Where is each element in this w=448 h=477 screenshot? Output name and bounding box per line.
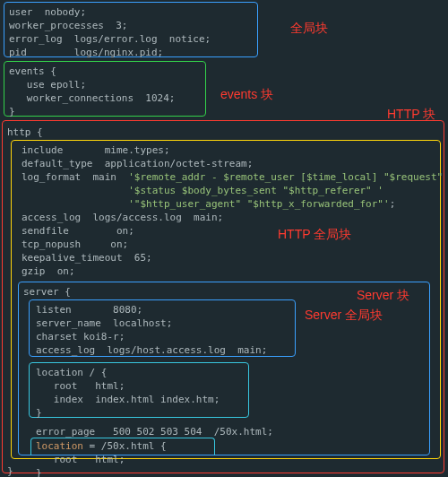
location-50x-code: location = /50x.html { root html; }	[36, 439, 167, 477]
events-block-label: events 块	[220, 86, 273, 104]
server-global-label: Server 全局块	[305, 307, 383, 325]
http-block-label: HTTP 块	[387, 106, 435, 124]
server-open: server {	[23, 285, 71, 299]
http-inner-code: include mime.types; default_type applica…	[22, 143, 448, 278]
http-close: }	[7, 464, 13, 477]
server-inner-code: listen 8080; server_name localhost; char…	[36, 303, 267, 357]
error-page-line: error_page 500 502 503 504 /50x.html;	[36, 425, 273, 438]
http-open: http {	[7, 126, 43, 139]
server-block-label: Server 块	[357, 287, 409, 305]
global-block-label: 全局块	[290, 20, 328, 38]
events-block-code: events { use epoll; worker_connections 1…	[9, 65, 175, 118]
location-keyword: location	[36, 440, 83, 452]
location-main-code: location / { root html; index index.html…	[36, 366, 220, 420]
global-block-code: user nobody; worker_processes 3; error_l…	[9, 5, 211, 59]
http-inner-text: include mime.types; default_type applica…	[22, 144, 448, 277]
